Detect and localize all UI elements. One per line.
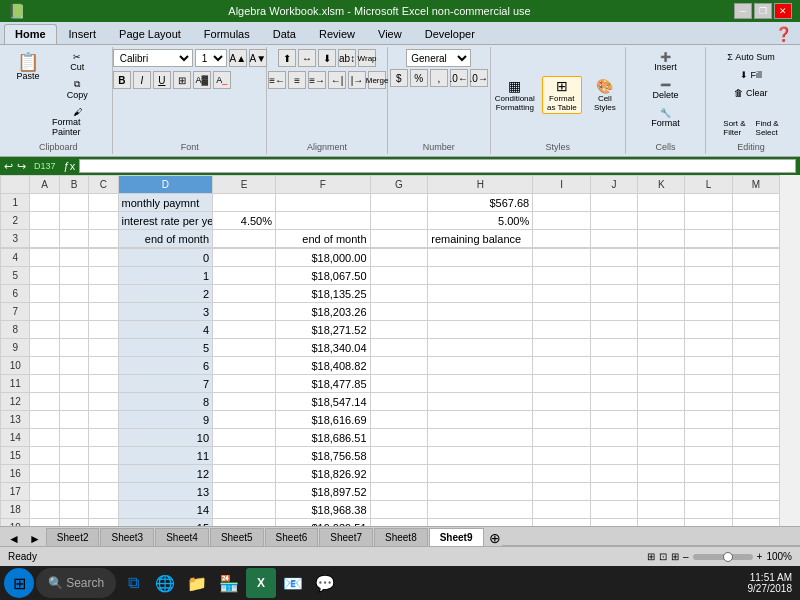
col-header-f[interactable]: F <box>276 176 370 194</box>
cell-i15[interactable] <box>533 447 591 465</box>
cell-k14[interactable] <box>638 429 685 447</box>
cell-g9[interactable] <box>370 339 428 357</box>
cell-b13[interactable] <box>59 411 88 429</box>
merge-center-button[interactable]: Merge <box>368 71 386 89</box>
cell-m11[interactable] <box>732 375 779 393</box>
cell-l4[interactable] <box>685 249 732 267</box>
cell-c12[interactable] <box>89 393 118 411</box>
cell-m5[interactable] <box>732 267 779 285</box>
row-header-3[interactable]: 3 <box>1 230 30 248</box>
cell-l17[interactable] <box>685 483 732 501</box>
align-right-button[interactable]: ≡→ <box>308 71 326 89</box>
row-header-15[interactable]: 15 <box>1 447 30 465</box>
cell-m14[interactable] <box>732 429 779 447</box>
cell-d17[interactable]: 13 <box>118 483 212 501</box>
sheet-tab-sheet2[interactable]: Sheet2 <box>46 528 100 546</box>
col-header-g[interactable]: G <box>370 176 428 194</box>
cell-e3[interactable] <box>213 230 276 248</box>
cell-a7[interactable] <box>30 303 59 321</box>
cell-d8[interactable]: 4 <box>118 321 212 339</box>
cell-h6[interactable] <box>428 285 533 303</box>
align-top-button[interactable]: ⬆ <box>278 49 296 67</box>
cell-i10[interactable] <box>533 357 591 375</box>
col-header-j[interactable]: J <box>590 176 637 194</box>
cell-b3[interactable] <box>59 230 88 248</box>
cell-h2[interactable]: 5.00% <box>428 212 533 230</box>
store-button[interactable]: 🏪 <box>214 568 244 598</box>
conditional-formatting-button[interactable]: ▦ ConditionalFormatting <box>491 76 539 114</box>
cell-b12[interactable] <box>59 393 88 411</box>
cell-j7[interactable] <box>590 303 637 321</box>
col-header-c[interactable]: C <box>89 176 118 194</box>
cell-a14[interactable] <box>30 429 59 447</box>
cell-a10[interactable] <box>30 357 59 375</box>
row-header-8[interactable]: 8 <box>1 321 30 339</box>
cell-e19[interactable] <box>213 519 276 527</box>
row-header-7[interactable]: 7 <box>1 303 30 321</box>
cell-g15[interactable] <box>370 447 428 465</box>
format-as-table-button[interactable]: ⊞ Formatas Table <box>542 76 582 114</box>
cell-c17[interactable] <box>89 483 118 501</box>
cell-b8[interactable] <box>59 321 88 339</box>
cell-c4[interactable] <box>89 249 118 267</box>
cell-i7[interactable] <box>533 303 591 321</box>
cell-g13[interactable] <box>370 411 428 429</box>
sheet-tab-sheet7[interactable]: Sheet7 <box>319 528 373 546</box>
task-view-button[interactable]: ⧉ <box>118 568 148 598</box>
cell-e9[interactable] <box>213 339 276 357</box>
cell-b14[interactable] <box>59 429 88 447</box>
col-header-l[interactable]: L <box>685 176 732 194</box>
cell-m4[interactable] <box>732 249 779 267</box>
cell-b16[interactable] <box>59 465 88 483</box>
format-cells-button[interactable]: 🔧 Format <box>647 105 684 131</box>
cell-f5[interactable]: $18,067.50 <box>276 267 370 285</box>
align-center-button[interactable]: ≡ <box>288 71 306 89</box>
help-button[interactable]: ❓ <box>771 24 796 44</box>
cell-f10[interactable]: $18,408.82 <box>276 357 370 375</box>
cell-l3[interactable] <box>685 230 732 248</box>
cell-k15[interactable] <box>638 447 685 465</box>
bold-button[interactable]: B <box>113 71 131 89</box>
cell-b2[interactable] <box>59 212 88 230</box>
cell-a5[interactable] <box>30 267 59 285</box>
cell-f8[interactable]: $18,271.52 <box>276 321 370 339</box>
cell-e5[interactable] <box>213 267 276 285</box>
cell-d12[interactable]: 8 <box>118 393 212 411</box>
cell-i4[interactable] <box>533 249 591 267</box>
cell-a8[interactable] <box>30 321 59 339</box>
cell-m13[interactable] <box>732 411 779 429</box>
sheet-tab-sheet3[interactable]: Sheet3 <box>100 528 154 546</box>
cell-l1[interactable] <box>685 194 732 212</box>
cell-j8[interactable] <box>590 321 637 339</box>
cell-f12[interactable]: $18,547.14 <box>276 393 370 411</box>
cell-g8[interactable] <box>370 321 428 339</box>
cell-e16[interactable] <box>213 465 276 483</box>
cell-f7[interactable]: $18,203.26 <box>276 303 370 321</box>
cell-c7[interactable] <box>89 303 118 321</box>
sheet-tab-sheet5[interactable]: Sheet5 <box>210 528 264 546</box>
cell-d11[interactable]: 7 <box>118 375 212 393</box>
cell-b9[interactable] <box>59 339 88 357</box>
cell-e15[interactable] <box>213 447 276 465</box>
cell-l7[interactable] <box>685 303 732 321</box>
cell-m17[interactable] <box>732 483 779 501</box>
percent-button[interactable]: % <box>410 69 428 87</box>
cell-l19[interactable] <box>685 519 732 527</box>
zoom-slider[interactable] <box>693 554 753 560</box>
col-header-a[interactable]: A <box>30 176 59 194</box>
font-shrink-button[interactable]: A▼ <box>249 49 267 67</box>
cell-e17[interactable] <box>213 483 276 501</box>
cell-c13[interactable] <box>89 411 118 429</box>
row-header-2[interactable]: 2 <box>1 212 30 230</box>
cell-b15[interactable] <box>59 447 88 465</box>
cell-m6[interactable] <box>732 285 779 303</box>
cell-l9[interactable] <box>685 339 732 357</box>
cell-j15[interactable] <box>590 447 637 465</box>
cell-g3[interactable] <box>370 230 428 248</box>
undo-button[interactable]: ↩ <box>4 160 13 173</box>
sheet-tab-sheet8[interactable]: Sheet8 <box>374 528 428 546</box>
cell-c9[interactable] <box>89 339 118 357</box>
cell-i11[interactable] <box>533 375 591 393</box>
cell-i16[interactable] <box>533 465 591 483</box>
cell-k16[interactable] <box>638 465 685 483</box>
